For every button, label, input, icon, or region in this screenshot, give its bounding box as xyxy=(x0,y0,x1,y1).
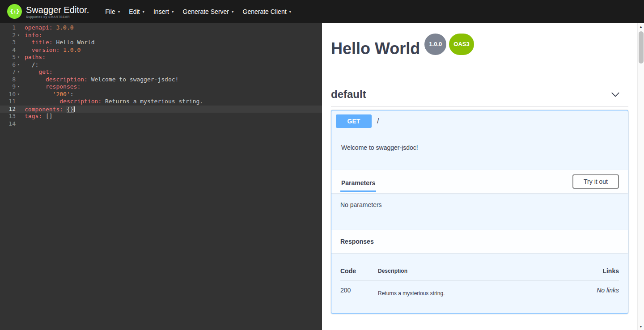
opblock-get-root: GET / Welcome to swagger-jsdoc! Paramete… xyxy=(331,110,628,314)
menu-edit[interactable]: Edit▾ xyxy=(129,8,144,15)
fold-arrow-icon[interactable]: ▾ xyxy=(16,68,21,76)
menu-file[interactable]: File▾ xyxy=(105,8,120,15)
response-row-200: 200 Returns a mysterious string. No link… xyxy=(340,280,619,297)
editor-line-3[interactable]: 3 title: Hello World xyxy=(0,39,322,47)
caret-down-icon: ▾ xyxy=(142,9,144,14)
editor-line-13[interactable]: 13tags: [] xyxy=(0,113,322,120)
gutter-cell: 9▾ xyxy=(0,83,21,91)
menu-generate-server[interactable]: Generate Server▾ xyxy=(183,8,234,15)
gutter-cell: 7▾ xyxy=(0,68,21,76)
response-description: Returns a mysterious string. xyxy=(378,280,579,297)
line-number: 3 xyxy=(12,39,16,47)
gutter-cell: 4 xyxy=(0,47,21,54)
swagger-editor-logo[interactable]: {:} Swagger Editor. Supported by SMARTBE… xyxy=(7,4,89,19)
line-number: 4 xyxy=(12,47,16,54)
try-it-out-button[interactable]: Try it out xyxy=(572,174,619,189)
fold-arrow-icon[interactable]: ▾ xyxy=(16,91,21,98)
line-number: 5 xyxy=(12,54,16,61)
menu-label: Generate Server xyxy=(183,8,229,15)
line-number: 1 xyxy=(12,24,16,32)
swagger-ui-pane: Hello World1.0.0OAS3 default GET / Welco… xyxy=(322,23,637,330)
scroll-down-button[interactable]: ▼ xyxy=(638,323,644,330)
caret-down-icon: ▾ xyxy=(172,9,174,14)
code-text: '200': xyxy=(21,91,74,98)
code-text: title: Hello World xyxy=(21,39,95,47)
gutter-cell: 8 xyxy=(0,76,21,84)
responses-table-header-row: Code Description Links xyxy=(340,261,619,280)
operation-path: / xyxy=(377,117,379,125)
gutter-cell: 13 xyxy=(0,113,21,120)
oas3-badge: OAS3 xyxy=(449,34,474,55)
response-code: 200 xyxy=(340,280,378,297)
scroll-up-button[interactable]: ▲ xyxy=(638,23,644,30)
caret-down-icon: ▾ xyxy=(118,9,120,14)
operation-summary[interactable]: GET / xyxy=(331,110,628,131)
responses-body: Code Description Links 200 Returns a mys… xyxy=(331,253,628,313)
gutter-cell: 3 xyxy=(0,39,21,47)
col-header-description: Description xyxy=(378,261,579,280)
editor-line-12[interactable]: 12components: {} xyxy=(0,106,322,113)
method-get-badge: GET xyxy=(336,114,372,128)
line-number: 13 xyxy=(8,113,16,120)
menu-generate-client[interactable]: Generate Client▾ xyxy=(243,8,292,15)
tag-name: default xyxy=(331,88,366,101)
caret-down-icon: ▾ xyxy=(232,9,234,14)
gutter-cell: 11 xyxy=(0,98,21,106)
operation-description-text: Welcome to swagger-jsdoc! xyxy=(341,144,418,151)
line-number: 8 xyxy=(12,76,16,84)
col-header-links: Links xyxy=(579,261,619,280)
api-title: Hello World1.0.0OAS3 xyxy=(331,39,628,60)
editor-line-1[interactable]: 1openapi: 3.0.0 xyxy=(0,24,322,32)
code-text xyxy=(21,120,25,128)
vertical-scrollbar[interactable]: ▲ ▼ xyxy=(637,23,644,330)
scrollbar-thumb[interactable] xyxy=(639,31,644,63)
fold-arrow-icon[interactable]: ▾ xyxy=(16,54,21,61)
editor-line-10[interactable]: 10▾ '200': xyxy=(0,91,322,98)
line-number: 7 xyxy=(12,68,16,76)
line-number: 11 xyxy=(8,98,16,106)
fold-arrow-icon[interactable]: ▾ xyxy=(16,32,21,39)
line-number: 2 xyxy=(12,32,16,39)
editor-line-11[interactable]: 11 description: Returns a mysterious str… xyxy=(0,98,322,106)
editor-line-2[interactable]: 2▾info: xyxy=(0,32,322,39)
editor-line-9[interactable]: 9▾ responses: xyxy=(0,83,322,91)
brand-subtitle: Supported by SMARTBEAR xyxy=(26,15,89,18)
tab-parameters[interactable]: Parameters xyxy=(340,175,376,192)
gutter-cell: 2▾ xyxy=(0,32,21,39)
fold-arrow-icon[interactable]: ▾ xyxy=(16,61,21,69)
menu-insert[interactable]: Insert▾ xyxy=(153,8,174,15)
menubar: File▾Edit▾Insert▾Generate Server▾Generat… xyxy=(101,8,296,15)
editor-line-14[interactable]: 14 xyxy=(0,120,322,128)
no-parameters-text: No parameters xyxy=(340,201,382,208)
responses-title: Responses xyxy=(340,238,374,245)
editor-line-5[interactable]: 5▾paths: xyxy=(0,54,322,61)
code-text: tags: [] xyxy=(21,113,53,120)
editor-line-7[interactable]: 7▾ get: xyxy=(0,68,322,76)
menu-label: File xyxy=(105,8,115,15)
editor-line-8[interactable]: 8 description: Welcome to swagger-jsdoc! xyxy=(0,76,322,84)
editor-line-4[interactable]: 4 version: 1.0.0 xyxy=(0,47,322,54)
line-number: 10 xyxy=(8,91,16,98)
line-number: 14 xyxy=(8,120,16,128)
operation-description: Welcome to swagger-jsdoc! xyxy=(331,131,628,170)
code-text: /: xyxy=(21,61,38,69)
api-info-section: Hello World1.0.0OAS3 xyxy=(322,23,637,60)
response-links: No links xyxy=(579,280,619,297)
code-text: version: 1.0.0 xyxy=(21,47,80,54)
gutter-cell: 14 xyxy=(0,120,21,128)
gutter-cell: 6▾ xyxy=(0,61,21,69)
fold-arrow-icon[interactable]: ▾ xyxy=(16,83,21,91)
menu-label: Edit xyxy=(129,8,140,15)
caret-down-icon: ▾ xyxy=(289,9,292,14)
tag-section-default[interactable]: default xyxy=(331,88,628,106)
gutter-cell: 10▾ xyxy=(0,91,21,98)
yaml-code-editor[interactable]: 1openapi: 3.0.02▾info:3 title: Hello Wor… xyxy=(0,23,322,330)
gutter-cell: 12 xyxy=(0,106,21,113)
code-text: openapi: 3.0.0 xyxy=(21,24,74,32)
menu-label: Insert xyxy=(153,8,169,15)
swagger-logo-icon: {:} xyxy=(7,4,22,19)
parameters-header: Parameters Try it out xyxy=(331,170,628,193)
version-badge: 1.0.0 xyxy=(424,34,446,55)
editor-line-6[interactable]: 6▾ /: xyxy=(0,61,322,69)
code-text: responses: xyxy=(21,83,80,91)
